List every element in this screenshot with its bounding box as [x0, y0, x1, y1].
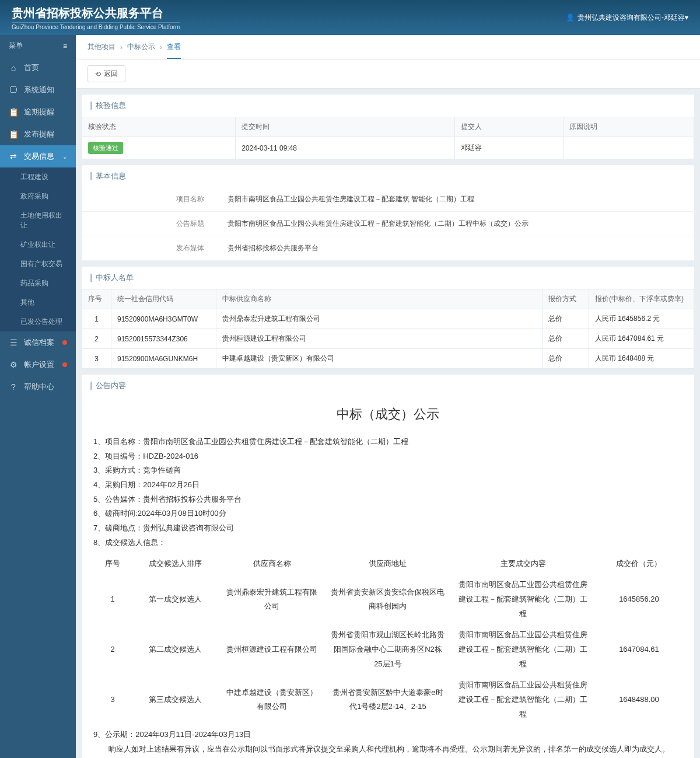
menu-label: 菜单: [9, 41, 23, 51]
announce-panel: 公告内容 中标（成交）公示 1、项目名称：贵阳市南明区食品工业园公共租赁住房建设…: [82, 375, 694, 758]
breadcrumb: 其他项目 › 中标公示 › 查看: [76, 35, 700, 60]
app-header: 贵州省招标投标公共服务平台 GuiZhou Province Tendering…: [0, 0, 700, 35]
menu-icon: ⚙: [9, 360, 18, 369]
table-row: 1第一成交候选人贵州鼎泰宏升建筑工程有限公司贵州省贵安新区贵安综合保税区电商科创…: [93, 574, 682, 624]
menu-icon: ?: [9, 382, 18, 392]
user-menu[interactable]: 贵州弘典建设咨询有限公司-邓廷容▾: [566, 13, 688, 23]
sidebar: 菜单 ≡ ⌂首页🖵系统通知📋逾期提醒📋发布提醒⇄交易信息⌄工程建设政府采购土地使…: [0, 35, 76, 758]
notification-dot: [62, 362, 67, 367]
breadcrumb-item[interactable]: 中标公示: [127, 42, 155, 52]
sidebar-subitem[interactable]: 其他: [0, 293, 76, 312]
menu-icon: ⌂: [9, 63, 18, 72]
sidebar-subitem[interactable]: 药品采购: [0, 274, 76, 293]
sidebar-subitem[interactable]: 政府采购: [0, 187, 76, 206]
table-row: 2第二成交候选人贵州桓源建设工程有限公司贵州省贵阳市观山湖区长岭北路贵阳国际金融…: [93, 624, 682, 675]
notification-dot: [62, 340, 67, 345]
back-button[interactable]: ⟲ 返回: [88, 65, 125, 82]
chevron-down-icon: ⌄: [62, 153, 67, 160]
menu-icon: ⇄: [9, 152, 18, 161]
menu-icon: 🖵: [9, 85, 18, 95]
sidebar-subitem[interactable]: 已发公告处理: [0, 312, 76, 331]
sidebar-subitem[interactable]: 工程建设: [0, 167, 76, 187]
breadcrumb-current: 查看: [167, 42, 181, 59]
menu-toggle-icon[interactable]: ≡: [63, 42, 67, 50]
sidebar-item[interactable]: ⚙帐户设置: [0, 354, 76, 376]
menu-icon: ☰: [9, 338, 18, 347]
panel-title: 公告内容: [82, 375, 694, 397]
sidebar-item[interactable]: 📋发布提醒: [0, 123, 76, 145]
sidebar-subitem[interactable]: 矿业权出让: [0, 235, 76, 254]
table-row: 291520015573344Z306贵州桓源建设工程有限公司总价人民币 164…: [82, 329, 694, 349]
info-row: 公告标题贵阳市南明区食品工业园公共租赁住房建设工程－配套建筑智能化（二期）工程中…: [82, 212, 694, 236]
info-row: 项目名称贵阳市南明区食品工业园公共租赁住房建设工程－配套建筑 智能化（二期）工程: [82, 187, 694, 212]
verify-panel: 核验信息 核验状态 提交时间 提交人 原因说明 核验通过 2024-03-11 …: [82, 95, 694, 159]
table-row: 3第三成交候选人中建卓越建设（贵安新区）有限公司贵州省贵安新区黔中大道泰豪e时代…: [93, 675, 682, 725]
content-area: 其他项目 › 中标公示 › 查看 ⟲ 返回 核验信息 核验状态 提交时间 提交人…: [76, 35, 700, 758]
app-title: 贵州省招标投标公共服务平台: [12, 5, 180, 21]
sidebar-subitem[interactable]: 国有产权交易: [0, 254, 76, 274]
sidebar-item[interactable]: ☰诚信档案: [0, 331, 76, 354]
sidebar-item[interactable]: ⇄交易信息⌄: [0, 145, 76, 167]
table-row: 核验通过 2024-03-11 09:48 邓廷容: [82, 137, 694, 159]
sidebar-item[interactable]: 📋逾期提醒: [0, 101, 76, 123]
table-row: 391520900MA6GUNKM6H中建卓越建设（贵安新区）有限公司总价人民币…: [82, 349, 694, 369]
basic-panel: 基本信息 项目名称贵阳市南明区食品工业园公共租赁住房建设工程－配套建筑 智能化（…: [82, 165, 694, 261]
sidebar-subitem[interactable]: 土地使用权出让: [0, 206, 76, 235]
menu-icon: 📋: [9, 107, 18, 117]
sidebar-item[interactable]: ⌂首页: [0, 57, 76, 79]
table-row: 191520900MA6H3GMT0W贵州鼎泰宏升建筑工程有限公司总价人民币 1…: [82, 309, 694, 329]
app-subtitle: GuiZhou Province Tendering and Bidding P…: [12, 22, 180, 30]
menu-icon: 📋: [9, 130, 18, 139]
panel-title: 中标人名单: [82, 267, 694, 289]
announce-title: 中标（成交）公示: [82, 397, 694, 432]
sidebar-item[interactable]: 🖵系统通知: [0, 79, 76, 101]
info-row: 发布媒体贵州省招标投标公共服务平台: [82, 236, 694, 261]
bidders-panel: 中标人名单 序号统一社会信用代码中标供应商名称报价方式报价(中标价、下浮率或费率…: [82, 267, 694, 369]
candidates-table: 序号成交候选人排序供应商名称供应商地址主要成交内容成交价（元）1第一成交候选人贵…: [93, 553, 682, 725]
panel-title: 核验信息: [82, 95, 694, 117]
sidebar-item[interactable]: ?帮助中心: [0, 376, 76, 398]
panel-title: 基本信息: [82, 165, 694, 187]
status-badge: 核验通过: [88, 142, 123, 154]
breadcrumb-item[interactable]: 其他项目: [88, 42, 116, 52]
